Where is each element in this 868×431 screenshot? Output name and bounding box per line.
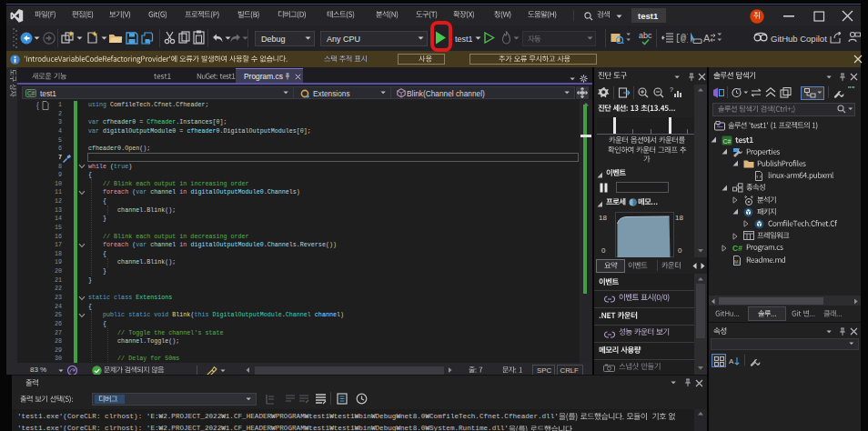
svg-text:[@]: [@] (675, 34, 688, 44)
svg-text:C#: C# (723, 137, 732, 144)
svg-text:C#: C# (732, 244, 742, 253)
svg-text:A: A (703, 33, 711, 44)
svg-text:A: A (729, 357, 734, 366)
svg-text:abc: abc (639, 31, 652, 40)
svg-text:?: ? (670, 86, 673, 93)
svg-text:M↓: M↓ (734, 259, 741, 265)
svg-text:C#: C# (27, 90, 35, 96)
